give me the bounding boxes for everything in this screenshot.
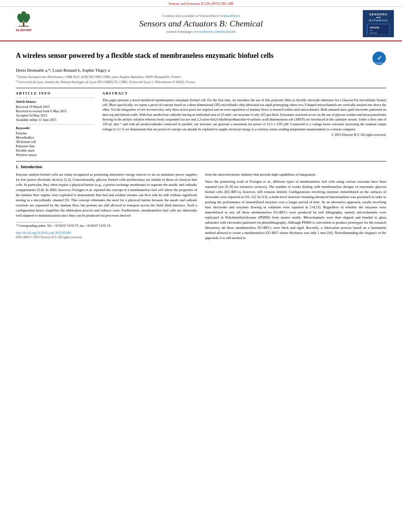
affiliation-b: b Université de Lyon, Institut des Nanot… [16,79,386,84]
authors: Denis Desmaële a,*, Louis Renaud b, Soph… [16,68,386,72]
section1-number: 1. [16,165,19,169]
abstract-heading: ABSTRACT [102,91,386,95]
svg-text:CrossMark: CrossMark [374,62,384,64]
history-revised: Received in revised form 6 May 2015 [16,109,95,113]
keyword-microfluidics: Microfluidics [16,135,95,139]
doi-line: http://dx.doi.org/10.1016/j.snb.2015.05.… [16,231,197,235]
sensors-logo-img: SENSORS and AcTuators SENSORS and AcTuat… [363,10,394,37]
journal-citation: Sensors and Actuators B 220 (2015) 583–5… [169,2,233,6]
footnote-text: * Corresponding author. Tel.: +33 04 67 … [16,224,197,228]
svg-text:SENSORS: SENSORS [370,26,380,29]
article-body: A wireless sensor powered by a flexible … [0,41,402,250]
svg-point-4 [24,17,28,23]
history-label: Article history: [16,100,95,104]
keyword-wireless: Wireless sensor [16,153,95,157]
right-col-text-1: from the microelectronic industry that p… [205,172,386,177]
sensors-logo-line2: AcTuators [369,19,388,22]
journal-top-bar: Sensors and Actuators B 220 (2015) 583–5… [0,0,402,7]
homepage-url[interactable]: www.elsevier.com/locate/snb [194,30,235,33]
svg-rect-6 [19,26,29,27]
doi-link[interactable]: http://dx.doi.org/10.1016/j.snb.2015.05.… [16,231,71,235]
section1-heading: 1. Introduction [16,165,386,169]
section1-title: Introduction [21,165,42,169]
article-info-heading: ARTICLE INFO [16,91,95,95]
body-left-col: Enzyme catalyst biofuel cells are today … [16,172,197,243]
abstract-copyright: © 2015 Elsevier B.V. All rights reserved… [102,133,386,137]
journal-header: ELSEVIER Contents lists available at Sci… [0,7,402,41]
issn-line: 0925-4005/© 2015 Elsevier B.V. All right… [16,235,197,240]
contents-line: Contents lists available at ScienceDirec… [43,14,359,18]
article-title-row: A wireless sensor powered by a flexible … [16,47,386,65]
journal-header-center: Contents lists available at ScienceDirec… [43,14,359,33]
svg-text:ELSEVIER: ELSEVIER [16,28,32,32]
keyword-polyester: Polyester film [16,144,95,148]
journal-title: Sensors and Actuators B: Chemical [43,19,359,29]
keyword-3d-biofuel: 3D biofuel cell [16,140,95,144]
svg-text:AcTuators: AcTuators [370,32,378,34]
svg-text:and: and [370,30,373,32]
history-section: Article history: Received 19 March 2015 … [16,98,95,122]
elsevier-logo: ELSEVIER [8,11,43,36]
left-col-text: Enzyme catalyst biofuel cells are today … [16,172,197,218]
homepage-label: journal homepage: [167,30,193,33]
abstract-text: This paper presents a novel multilevel m… [102,98,386,132]
affiliations: a Institut Européen des Membranes, UMR 5… [16,74,386,84]
keyword-flexible: Flexible stack [16,148,95,152]
homepage-line: journal homepage: www.elsevier.com/locat… [43,30,359,33]
article-info-panel: ARTICLE INFO Article history: Received 1… [16,91,95,157]
right-col-text-2: Since the pioneering work of Ferrigno et… [205,179,386,241]
article-title: A wireless sensor powered by a flexible … [16,51,368,60]
keyword-enzyme: Enzyme [16,131,95,135]
svg-point-3 [19,17,24,23]
sciencedirect-link[interactable]: ScienceDirect [220,14,240,18]
sensors-logo-box: SENSORS and AcTuators SENSORS and AcTuat… [359,10,394,37]
crossmark-icon[interactable]: ✓ CrossMark [372,51,386,65]
footnote-divider [16,222,63,222]
keywords-label: Keywords: [16,126,95,130]
history-accepted: Accepted 24 May 2015 [16,113,95,117]
keywords-section: Keywords: Enzyme Microfluidics 3D biofue… [16,124,95,157]
section-divider [16,161,386,161]
history-available: Available online 11 June 2015 [16,118,95,122]
contents-text: Contents lists available at ScienceDirec… [162,14,219,18]
sensors-logo-line1: SENSORS [369,13,387,16]
svg-text:✓: ✓ [377,55,382,61]
affiliation-a: a Institut Européen des Membranes, UMR 5… [16,74,386,79]
body-two-col: Enzyme catalyst biofuel cells are today … [16,172,386,243]
svg-rect-5 [23,22,24,26]
body-right-col: from the microelectronic industry that p… [205,172,386,243]
article-info-abstract-section: ARTICLE INFO Article history: Received 1… [16,88,386,157]
abstract-panel: ABSTRACT This paper presents a novel mul… [102,91,386,157]
history-received: Received 19 March 2015 [16,105,95,109]
